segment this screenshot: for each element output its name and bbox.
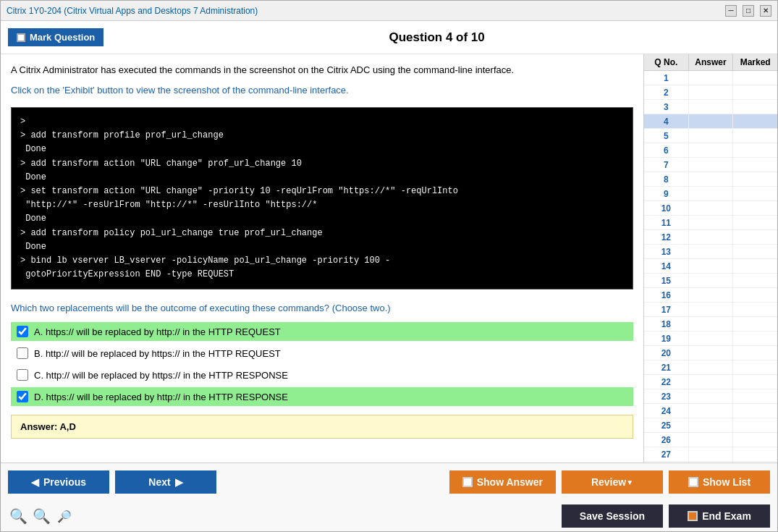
sidebar-row[interactable]: 14: [644, 259, 777, 274]
option-d[interactable]: D. https:// will be replaced by http:// …: [11, 387, 633, 406]
sidebar-row[interactable]: 3: [644, 100, 777, 114]
end-exam-button[interactable]: End Exam: [669, 504, 770, 528]
sidebar-row[interactable]: 9: [644, 187, 777, 201]
sidebar-cell-answer: [689, 418, 734, 432]
sidebar-row[interactable]: 16: [644, 288, 777, 303]
sidebar-cell-marked: [733, 274, 777, 287]
sidebar-row[interactable]: 1: [644, 71, 777, 85]
save-session-label: Save Session: [580, 510, 645, 522]
question-title: Question 4 of 10: [103, 30, 770, 45]
sidebar-cell-num: 11: [644, 216, 689, 229]
answer-text: Answer: A,D: [20, 421, 76, 432]
sidebar-cell-num: 15: [644, 274, 689, 287]
zoom-in-button[interactable]: 🔎: [54, 506, 75, 526]
sidebar-cell-answer: [689, 85, 734, 99]
sidebar-cell-answer: [689, 274, 734, 287]
option-c[interactable]: C. http:// will be replaced by https:// …: [11, 366, 633, 384]
sidebar-row[interactable]: 8: [644, 172, 777, 187]
sidebar-row[interactable]: 17: [644, 303, 777, 317]
sidebar-cell-num: 16: [644, 288, 689, 302]
sidebar-row[interactable]: 15: [644, 274, 777, 288]
sidebar-cell-num: 4: [644, 114, 689, 128]
sidebar-cell-marked: [733, 389, 777, 403]
show-list-button[interactable]: Show List: [669, 470, 770, 494]
sidebar-cell-marked: [733, 303, 777, 316]
sidebar-row[interactable]: 23: [644, 389, 777, 404]
sidebar-row[interactable]: 18: [644, 317, 777, 332]
sidebar-cell-marked: [733, 447, 777, 461]
sidebar-row[interactable]: 4: [644, 114, 777, 129]
sidebar-row[interactable]: 22: [644, 375, 777, 389]
sidebar-row[interactable]: 27: [644, 447, 777, 462]
sidebar-cell-answer: [689, 288, 734, 302]
sidebar-row[interactable]: 25: [644, 418, 777, 433]
checkbox-d[interactable]: [17, 391, 28, 402]
question-line1: A Citrix Administrator has executed the …: [11, 63, 633, 77]
sidebar-row[interactable]: 5: [644, 129, 777, 143]
review-button[interactable]: Review ▼: [562, 470, 663, 494]
show-list-label: Show List: [703, 476, 750, 488]
show-list-icon: [688, 477, 698, 487]
sidebar-cell-marked: [733, 346, 777, 360]
sidebar-cell-num: 1: [644, 71, 689, 85]
sidebar-cell-answer: [689, 317, 734, 331]
which-text: Which two replacements will be the outco…: [11, 303, 633, 313]
sidebar-cell-answer: [689, 187, 734, 200]
checkbox-b[interactable]: [17, 347, 28, 359]
terminal-exhibit: > > add transform profile prof_url_chang…: [11, 107, 633, 290]
option-d-text: D. https:// will be replaced by http:// …: [34, 392, 288, 402]
zoom-controls: 🔍 🔍 🔎: [8, 506, 75, 526]
save-session-button[interactable]: Save Session: [562, 504, 663, 528]
sidebar-cell-marked: [733, 230, 777, 244]
maximize-button[interactable]: □: [743, 5, 754, 17]
end-exam-label: End Exam: [702, 510, 751, 522]
sidebar-cell-num: 12: [644, 230, 689, 244]
sidebar-cell-marked: [733, 418, 777, 432]
sidebar-cell-num: 8: [644, 172, 689, 186]
zoom-normal-button[interactable]: 🔍: [31, 506, 51, 526]
sidebar-cell-marked: [733, 317, 777, 331]
sidebar-row[interactable]: 7: [644, 158, 777, 172]
sidebar-row[interactable]: 21: [644, 360, 777, 375]
sidebar-row[interactable]: 11: [644, 216, 777, 230]
minimize-button[interactable]: ─: [725, 5, 737, 17]
sidebar-cell-marked: [733, 332, 777, 345]
sidebar-row[interactable]: 6: [644, 143, 777, 158]
mark-question-button[interactable]: Mark Question: [8, 28, 103, 46]
sidebar-row[interactable]: 13: [644, 245, 777, 259]
sidebar-row[interactable]: 20: [644, 346, 777, 360]
sidebar-cell-marked: [733, 114, 777, 128]
next-button[interactable]: Next ▶: [115, 470, 216, 494]
checkbox-c[interactable]: [17, 369, 28, 381]
previous-button[interactable]: ◀ Previous: [8, 470, 109, 494]
sidebar-cell-marked: [733, 245, 777, 258]
option-b-text: B. http:// will be replaced by https:// …: [34, 348, 281, 359]
main-content: A Citrix Administrator has executed the …: [1, 54, 777, 463]
show-answer-label: Show Answer: [477, 476, 543, 488]
sidebar-cell-num: 20: [644, 346, 689, 360]
option-a[interactable]: A. https:// will be replaced by http:// …: [11, 322, 633, 341]
sidebar-row[interactable]: 19: [644, 332, 777, 346]
sidebar-cell-answer: [689, 216, 734, 229]
sidebar-cell-num: 13: [644, 245, 689, 258]
sidebar-row[interactable]: 24: [644, 404, 777, 418]
sidebar-row[interactable]: 10: [644, 201, 777, 216]
checkbox-a[interactable]: [17, 326, 28, 337]
next-arrow-icon: ▶: [175, 476, 183, 488]
option-b[interactable]: B. http:// will be replaced by https:// …: [11, 344, 633, 363]
sidebar-row[interactable]: 12: [644, 230, 777, 245]
next-label: Next: [148, 476, 170, 488]
sidebar-cell-num: 19: [644, 332, 689, 345]
zoom-out-button[interactable]: 🔍: [8, 506, 28, 526]
sidebar-cell-num: 9: [644, 187, 689, 200]
sidebar-cell-num: 26: [644, 433, 689, 447]
sidebar-row[interactable]: 26: [644, 433, 777, 447]
sidebar-cell-answer: [689, 245, 734, 258]
sidebar-cell-num: 22: [644, 375, 689, 389]
end-exam-icon: [688, 511, 698, 521]
show-answer-button[interactable]: Show Answer: [449, 470, 556, 494]
sidebar-cell-marked: [733, 360, 777, 374]
sidebar-row[interactable]: 2: [644, 85, 777, 100]
close-button[interactable]: ✕: [760, 5, 771, 17]
prev-arrow-icon: ◀: [31, 476, 39, 488]
